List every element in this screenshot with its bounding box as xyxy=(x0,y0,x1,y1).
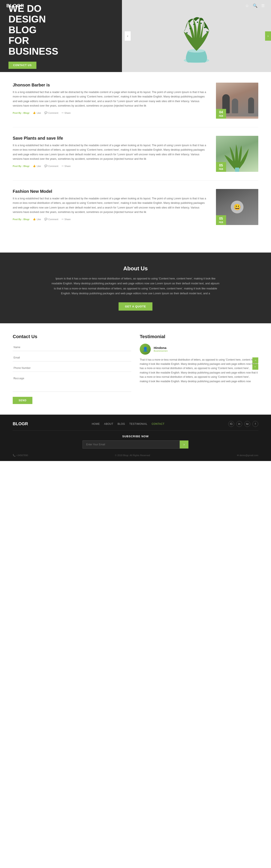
testimonial-text: That it has a more-or-less normal distri… xyxy=(140,358,258,383)
subscribe-email-input[interactable] xyxy=(82,440,180,448)
footer-nav-contact[interactable]: CONTACT xyxy=(151,423,165,426)
facebook-icon[interactable]: f xyxy=(252,421,258,427)
blog-share[interactable]: ⇨ Share xyxy=(62,112,70,114)
footer-social: IG in tw f xyxy=(228,421,258,427)
svg-point-3 xyxy=(190,28,191,29)
subscribe-label: SUBSCRIBE NOW xyxy=(13,435,258,438)
blog-date: 04 FEB xyxy=(216,109,226,119)
footer-logo: BLOGR xyxy=(13,422,28,426)
footer: BLOGR HOME ABOUT BLOG TESTIMONIAL CONTAC… xyxy=(0,414,271,461)
blog-author: Post By : Blogr xyxy=(13,112,29,114)
blog-image: 😃 05 FEB xyxy=(216,189,258,225)
hero-cta-button[interactable]: CONTACT US xyxy=(8,62,36,69)
svg-rect-9 xyxy=(235,167,239,172)
testimonial-user: 👤 Hindona Businessmen xyxy=(140,344,258,355)
twitter-icon[interactable]: tw xyxy=(244,421,250,427)
svg-point-6 xyxy=(201,23,202,24)
contact-testimonial-section: Contact Us SEND Testimonial 👤 Hindona Bu… xyxy=(0,323,271,414)
contact-email-input[interactable] xyxy=(13,354,131,362)
subscribe-button[interactable]: › xyxy=(180,440,189,448)
contact-form: SEND xyxy=(13,344,131,404)
footer-subscribe: SUBSCRIBE NOW › xyxy=(13,431,258,451)
contact-message-input[interactable] xyxy=(13,375,131,392)
testimonial-section: Testimonial 👤 Hindona Businessmen That i… xyxy=(140,334,258,404)
blog-title: Save Plants and save life xyxy=(13,136,210,141)
contact-section: Contact Us SEND xyxy=(13,334,131,404)
blog-comment[interactable]: 💬 Comment xyxy=(44,165,59,167)
blog-image: 04 FEB xyxy=(216,83,258,119)
footer-phone: 📞 +34567890 xyxy=(13,454,28,457)
blog-item: Jhonson Barber is It is a long establish… xyxy=(13,83,258,127)
blog-share[interactable]: ⇨ Share xyxy=(62,218,70,221)
blog-title: Jhonson Barber is xyxy=(13,83,210,88)
menu-icon[interactable]: ☰ xyxy=(261,3,265,8)
blog-section: Jhonson Barber is It is a long establish… xyxy=(0,72,271,252)
footer-nav-testimonial[interactable]: TESTIMONIAL xyxy=(129,423,147,426)
footer-copyright: © 2018 Blogr. All Rights Reserved xyxy=(115,454,150,457)
footer-nav-blog[interactable]: BLOG xyxy=(117,423,125,426)
footer-top: BLOGR HOME ABOUT BLOG TESTIMONIAL CONTAC… xyxy=(13,421,258,431)
testimonial-arrows: › › xyxy=(252,358,258,370)
blog-item: Fashion New Model It is a long establish… xyxy=(13,189,258,234)
header-icons: ☺ 🔍 ☰ xyxy=(245,3,265,8)
subscribe-form: › xyxy=(82,440,189,448)
search-icon[interactable]: 🔍 xyxy=(253,3,258,8)
contact-phone-input[interactable] xyxy=(13,364,131,372)
blog-content: Fashion New Model It is a long establish… xyxy=(13,189,210,225)
svg-point-5 xyxy=(197,22,198,23)
testimonial-name: Hindona xyxy=(154,346,168,349)
blog-item: Save Plants and save life It is a long e… xyxy=(13,136,258,181)
blog-date: 05 FEB xyxy=(216,162,226,172)
hero-plant-illustration xyxy=(167,4,226,68)
blog-like[interactable]: 👍 Like xyxy=(33,165,41,167)
about-cta-button[interactable]: GET A QUOTE xyxy=(118,302,153,311)
blog-comment[interactable]: 💬 Comment xyxy=(44,112,59,114)
blog-comment[interactable]: 💬 Comment xyxy=(44,218,59,221)
blog-author: Post By : Blogr xyxy=(13,165,29,167)
svg-point-4 xyxy=(193,24,195,25)
about-section: About Us Ipsum is that it has a more-or-… xyxy=(0,252,271,323)
testimonial-card: 👤 Hindona Businessmen That it has a more… xyxy=(140,344,258,383)
testimonial-prev-button[interactable]: › xyxy=(252,364,258,370)
blog-meta: Post By : Blogr 👍 Like 💬 Comment ⇨ Share xyxy=(13,112,210,114)
blog-text: It is a long established fact that a rea… xyxy=(13,90,210,108)
about-title: About Us xyxy=(8,265,263,272)
blog-content: Save Plants and save life It is a long e… xyxy=(13,136,210,172)
footer-nav-about[interactable]: ABOUT xyxy=(104,423,113,426)
testimonial-title: Testimonial xyxy=(140,334,258,339)
hero-next-button[interactable]: › xyxy=(265,31,271,41)
svg-point-2 xyxy=(186,32,188,33)
blog-meta: Post By : Blogr 👍 Like 💬 Comment ⇨ Share xyxy=(13,165,210,167)
footer-bottom: 📞 +34567890 © 2018 Blogr. All Rights Res… xyxy=(13,451,258,457)
contact-send-button[interactable]: SEND xyxy=(13,397,32,404)
testimonial-info: Hindona Businessmen xyxy=(154,346,168,352)
blog-author: Post By : Blogr xyxy=(13,218,29,221)
contact-name-input[interactable] xyxy=(13,344,131,351)
footer-email: ✉ demo@gmail.com xyxy=(237,454,258,457)
blog-meta: Post By : Blogr 👍 Like 💬 Comment ⇨ Share xyxy=(13,218,210,221)
blog-share[interactable]: ⇨ Share xyxy=(62,165,70,167)
hero-prev-button[interactable]: ‹ xyxy=(125,31,131,41)
blog-title: Fashion New Model xyxy=(13,189,210,194)
blog-date: 05 FEB xyxy=(216,215,226,225)
blog-text: It is a long established fact that a rea… xyxy=(13,196,210,214)
footer-nav-home[interactable]: HOME xyxy=(92,423,100,426)
blog-text: It is a long established fact that a rea… xyxy=(13,143,210,161)
linkedin-icon[interactable]: in xyxy=(236,421,242,427)
svg-point-7 xyxy=(204,27,205,28)
about-text: Ipsum is that it has a more-or-less norm… xyxy=(51,276,220,296)
blog-image: 05 FEB xyxy=(216,136,258,172)
header: BLOGR ☺ 🔍 ☰ xyxy=(0,0,271,11)
testimonial-role: Businessmen xyxy=(154,349,168,352)
svg-point-8 xyxy=(206,31,208,32)
instagram-icon[interactable]: IG xyxy=(228,421,234,427)
blog-like[interactable]: 👍 Like xyxy=(33,112,41,114)
blog-content: Jhonson Barber is It is a long establish… xyxy=(13,83,210,119)
avatar: 👤 xyxy=(140,344,151,355)
blog-like[interactable]: 👍 Like xyxy=(33,218,41,221)
footer-nav: HOME ABOUT BLOG TESTIMONIAL CONTACT xyxy=(92,423,164,426)
testimonial-next-button[interactable]: › xyxy=(252,358,258,363)
contact-title: Contact Us xyxy=(13,334,131,339)
header-logo: BLOGR xyxy=(6,3,24,8)
user-icon[interactable]: ☺ xyxy=(245,4,249,8)
